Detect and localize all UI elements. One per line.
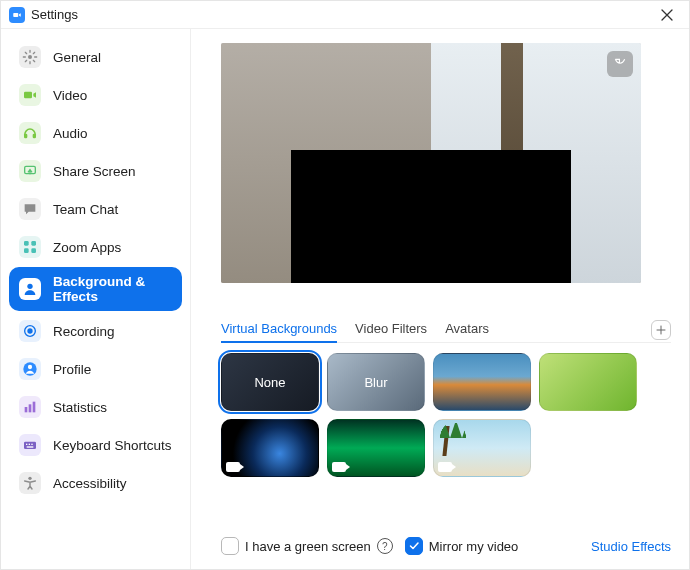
person-icon [19, 278, 41, 300]
video-badge-icon [438, 462, 452, 472]
record-icon [19, 320, 41, 342]
tab-video-filters[interactable]: Video Filters [355, 317, 427, 342]
sidebar-item-zoom-apps[interactable]: Zoom Apps [9, 229, 182, 265]
background-option-blur[interactable]: Blur [327, 353, 425, 411]
accessibility-icon [19, 472, 41, 494]
svg-rect-20 [29, 444, 30, 445]
rotate-icon [613, 57, 627, 71]
svg-rect-17 [33, 402, 36, 413]
svg-point-1 [28, 55, 32, 59]
video-icon [19, 84, 41, 106]
green-screen-group: I have a green screen ? [221, 537, 393, 555]
preview-redacted-area [291, 150, 571, 283]
green-screen-label: I have a green screen [245, 539, 371, 554]
sidebar-item-share-screen[interactable]: Share Screen [9, 153, 182, 189]
mirror-group: Mirror my video [405, 537, 519, 555]
audio-icon [19, 122, 41, 144]
sidebar-item-label: General [53, 50, 101, 65]
sidebar-item-label: Profile [53, 362, 91, 377]
svg-rect-8 [24, 248, 29, 253]
sidebar-item-audio[interactable]: Audio [9, 115, 182, 151]
green-screen-help-icon[interactable]: ? [377, 538, 393, 554]
titlebar: Settings [1, 1, 689, 29]
svg-rect-3 [24, 134, 27, 139]
background-option-label: None [254, 375, 285, 390]
svg-rect-19 [26, 444, 27, 445]
close-button[interactable] [653, 3, 681, 27]
video-badge-icon [332, 462, 346, 472]
footer-row: I have a green screen ? Mirror my video … [221, 525, 671, 555]
svg-rect-4 [33, 134, 36, 139]
svg-rect-0 [13, 12, 18, 16]
mirror-video-checkbox[interactable] [405, 537, 423, 555]
effect-tabs: Virtual BackgroundsVideo FiltersAvatars [221, 317, 671, 343]
svg-point-12 [27, 328, 32, 333]
mirror-video-label: Mirror my video [429, 539, 519, 554]
close-icon [661, 9, 673, 21]
sidebar-item-label: Zoom Apps [53, 240, 121, 255]
svg-rect-21 [31, 444, 32, 445]
tab-avatars[interactable]: Avatars [445, 317, 489, 342]
sidebar-item-label: Audio [53, 126, 88, 141]
svg-rect-2 [24, 92, 32, 99]
svg-rect-6 [24, 241, 29, 246]
rotate-camera-button[interactable] [607, 51, 633, 77]
plus-icon [655, 324, 667, 336]
sidebar-item-label: Accessibility [53, 476, 127, 491]
svg-rect-7 [31, 241, 36, 246]
sidebar-item-label: Team Chat [53, 202, 118, 217]
svg-point-10 [27, 284, 32, 289]
background-option-bridge[interactable] [433, 353, 531, 411]
sidebar-item-video[interactable]: Video [9, 77, 182, 113]
background-option-label: Blur [364, 375, 387, 390]
sidebar-item-keyboard-shortcuts[interactable]: Keyboard Shortcuts [9, 427, 182, 463]
check-icon [408, 540, 420, 552]
settings-window: Settings General Video Audio Share Scree… [0, 0, 690, 570]
svg-rect-16 [29, 404, 32, 412]
sidebar-item-label: Background & Effects [53, 274, 172, 304]
video-preview [221, 43, 641, 283]
sidebar-item-statistics[interactable]: Statistics [9, 389, 182, 425]
sidebar-item-label: Statistics [53, 400, 107, 415]
sidebar-item-label: Keyboard Shortcuts [53, 438, 172, 453]
sidebar-item-background-effects[interactable]: Background & Effects [9, 267, 182, 311]
studio-effects-link[interactable]: Studio Effects [591, 539, 671, 554]
stats-icon [19, 396, 41, 418]
sidebar-item-label: Recording [53, 324, 115, 339]
tab-virtual-backgrounds[interactable]: Virtual Backgrounds [221, 317, 337, 342]
sidebar-item-profile[interactable]: Profile [9, 351, 182, 387]
background-option-earth[interactable] [221, 419, 319, 477]
svg-rect-15 [25, 407, 28, 412]
background-option-beach[interactable] [433, 419, 531, 477]
profile-icon [19, 358, 41, 380]
window-title: Settings [31, 7, 78, 22]
keyboard-icon [19, 434, 41, 456]
background-option-aurora[interactable] [327, 419, 425, 477]
apps-icon [19, 236, 41, 258]
share-icon [19, 160, 41, 182]
svg-rect-9 [31, 248, 36, 253]
svg-point-23 [28, 477, 31, 480]
sidebar-item-recording[interactable]: Recording [9, 313, 182, 349]
svg-rect-22 [27, 446, 34, 447]
sidebar: General Video Audio Share Screen Team Ch… [1, 29, 191, 569]
svg-rect-18 [24, 442, 36, 449]
zoom-app-icon [9, 7, 25, 23]
content-panel: Virtual BackgroundsVideo FiltersAvatars … [191, 29, 689, 569]
gear-icon [19, 46, 41, 68]
background-grid: NoneBlur [221, 353, 671, 477]
sidebar-item-general[interactable]: General [9, 39, 182, 75]
sidebar-item-team-chat[interactable]: Team Chat [9, 191, 182, 227]
chat-icon [19, 198, 41, 220]
green-screen-checkbox[interactable] [221, 537, 239, 555]
sidebar-item-accessibility[interactable]: Accessibility [9, 465, 182, 501]
add-background-button[interactable] [651, 320, 671, 340]
sidebar-item-label: Share Screen [53, 164, 136, 179]
background-option-grass[interactable] [539, 353, 637, 411]
sidebar-item-label: Video [53, 88, 87, 103]
video-badge-icon [226, 462, 240, 472]
svg-point-14 [28, 365, 32, 369]
background-option-none[interactable]: None [221, 353, 319, 411]
